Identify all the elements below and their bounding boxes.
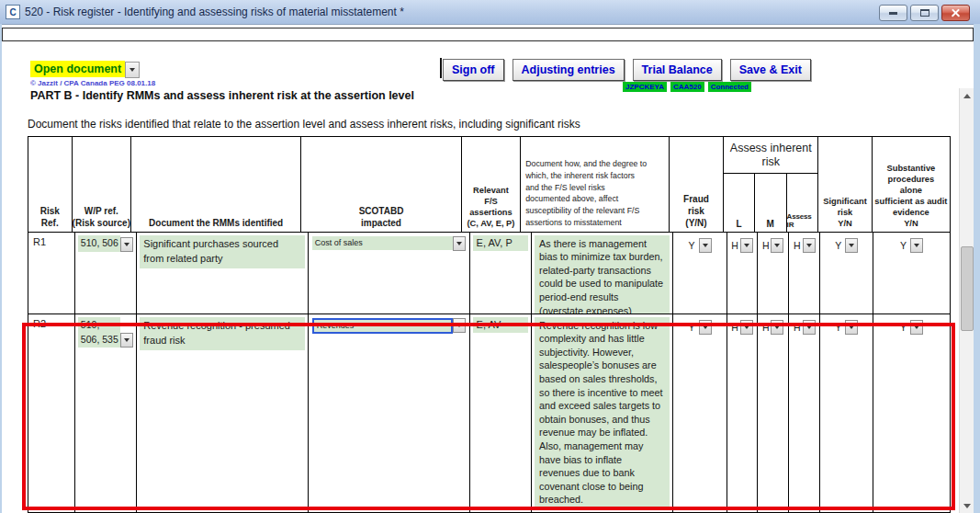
scroll-up-button[interactable] xyxy=(960,88,974,103)
wp-ref-cell: 510, 506 xyxy=(75,233,137,314)
impact-cell: As there is management bias to minimize … xyxy=(532,233,673,314)
maximize-button[interactable] xyxy=(910,5,939,21)
wp-ref-dropdown-button[interactable] xyxy=(120,237,133,252)
header-assess-group-label: Assess inherent risk xyxy=(724,137,817,174)
header-fraud-risk: Fraud risk (Y/N) xyxy=(670,137,724,232)
scotabd-cell: Cost of sales xyxy=(309,233,470,314)
magnitude-value[interactable]: H xyxy=(762,240,770,251)
minimize-icon xyxy=(889,12,897,15)
header-likelihood: L xyxy=(724,174,755,232)
assertions-cell: E, AV, P xyxy=(470,233,532,314)
chevron-down-icon xyxy=(703,244,708,247)
vertical-scrollbar[interactable] xyxy=(959,88,974,513)
maximize-icon xyxy=(920,9,929,17)
window-border-right xyxy=(974,24,980,513)
chevron-down-icon xyxy=(744,244,749,247)
substantive-value[interactable]: Y xyxy=(900,240,907,251)
assess-ir-dropdown-button[interactable] xyxy=(803,238,816,253)
connection-status-badge: Connected xyxy=(708,82,751,92)
risk-ref-cell: R1 xyxy=(28,233,75,314)
header-rmm: Document the RMMs identified xyxy=(131,137,301,232)
toolbar-strip xyxy=(2,28,974,41)
assess-ir-cell: H xyxy=(789,233,820,314)
chevron-down-icon xyxy=(914,244,919,247)
close-icon xyxy=(951,8,961,18)
scroll-down-button[interactable] xyxy=(960,498,974,513)
header-assess-inherent-risk-group: Assess inherent risk L M Assess IR xyxy=(724,137,818,232)
likelihood-dropdown-button[interactable] xyxy=(740,238,753,253)
chevron-down-icon xyxy=(806,244,812,247)
header-substantive: Substantive procedures alone sufficient … xyxy=(873,137,950,232)
table-row-r1: R1 510, 506 Significant purchases source… xyxy=(28,233,950,314)
open-document-link[interactable]: Open document xyxy=(30,61,125,77)
close-button[interactable] xyxy=(941,5,970,21)
chevron-down-icon xyxy=(774,244,780,247)
scotabd-combobox[interactable]: Cost of sales xyxy=(312,236,466,251)
table-header-row: Risk Ref. W/P ref. (Risk source) Documen… xyxy=(28,137,950,233)
scotabd-value[interactable]: Cost of sales xyxy=(312,236,453,250)
header-assertions: Relevant F/S assertions (C, AV, E, P) xyxy=(462,137,521,232)
window-controls xyxy=(879,5,970,21)
header-scotabd: SCOTABD impacted xyxy=(301,137,461,232)
open-document-dropdown-button[interactable] xyxy=(125,62,140,78)
instruction-text: Document the risks identified that relat… xyxy=(28,118,580,131)
arrow-up-icon xyxy=(963,94,971,98)
impact-field[interactable]: As there is management bias to minimize … xyxy=(535,235,670,314)
rmm-field[interactable]: Significant purchases sourced from relat… xyxy=(140,235,305,268)
likelihood-value[interactable]: H xyxy=(731,240,738,251)
substantive-cell: Y xyxy=(873,233,950,314)
rmm-cell: Significant purchases sourced from relat… xyxy=(137,233,309,314)
wp-ref-field[interactable]: 510, 506 xyxy=(78,235,120,252)
copyright-note: © Jazzit / CPA Canada PEG 08.01.18 xyxy=(30,79,155,87)
action-button-row: Sign off Adjusting entries Trial Balance… xyxy=(443,59,811,81)
likelihood-cell: H xyxy=(727,233,758,314)
significant-risk-value[interactable]: Y xyxy=(835,240,841,251)
document-id-badge: CAA520 xyxy=(670,82,704,92)
highlight-rectangle xyxy=(22,323,955,510)
open-document-control: Open document xyxy=(30,61,140,77)
header-impact: Document how, and the degree to which, t… xyxy=(521,137,670,232)
keyset-badge: JZPCKEYA xyxy=(623,82,667,92)
app-icon: C xyxy=(6,5,20,19)
trial-balance-button[interactable]: Trial Balance xyxy=(633,59,722,81)
arrow-down-icon xyxy=(963,504,971,508)
significant-risk-cell: Y xyxy=(820,233,873,314)
chevron-down-icon xyxy=(130,68,135,72)
assess-ir-value[interactable]: H xyxy=(794,240,801,251)
status-badges: JZPCKEYA CAA520 Connected xyxy=(623,82,751,92)
scotabd-dropdown-button[interactable] xyxy=(453,236,466,251)
fraud-risk-cell: Y xyxy=(673,233,727,314)
assess-subheaders: L M Assess IR xyxy=(724,174,817,232)
risk-ref-value: R1 xyxy=(30,234,73,247)
header-magnitude: M xyxy=(755,174,787,232)
assertions-field[interactable]: E, AV, P xyxy=(473,235,528,251)
save-exit-button[interactable]: Save & Exit xyxy=(730,59,811,81)
magnitude-cell: H xyxy=(758,233,789,314)
application-window: C 520 - Risk register - Identifying and … xyxy=(0,0,980,513)
header-assess-ir: Assess IR xyxy=(787,174,818,232)
fraud-risk-dropdown-button[interactable] xyxy=(699,238,712,253)
chevron-down-icon xyxy=(124,243,130,246)
window-border-left xyxy=(0,24,2,513)
adjusting-entries-button[interactable]: Adjusting entries xyxy=(513,59,625,81)
substantive-dropdown-button[interactable] xyxy=(910,238,923,253)
window-titlebar[interactable]: C 520 - Risk register - Identifying and … xyxy=(0,0,980,25)
scrollbar-thumb[interactable] xyxy=(961,246,974,331)
header-wp-ref: W/P ref. (Risk source) xyxy=(73,137,131,232)
sign-off-button[interactable]: Sign off xyxy=(443,59,504,81)
text-cursor xyxy=(440,58,442,78)
chevron-down-icon xyxy=(456,242,462,245)
fraud-risk-value[interactable]: Y xyxy=(689,240,695,251)
window-title: 520 - Risk register - Identifying and as… xyxy=(25,6,404,18)
header-significant-risk: Significant risk Y/N xyxy=(818,137,872,232)
significant-risk-dropdown-button[interactable] xyxy=(845,238,858,253)
header-risk-ref: Risk Ref. xyxy=(28,137,73,232)
part-b-heading: PART B - Identify RMMs and assess inhere… xyxy=(30,89,414,102)
magnitude-dropdown-button[interactable] xyxy=(771,238,783,253)
chevron-down-icon xyxy=(849,244,854,247)
minimize-button[interactable] xyxy=(879,5,907,21)
